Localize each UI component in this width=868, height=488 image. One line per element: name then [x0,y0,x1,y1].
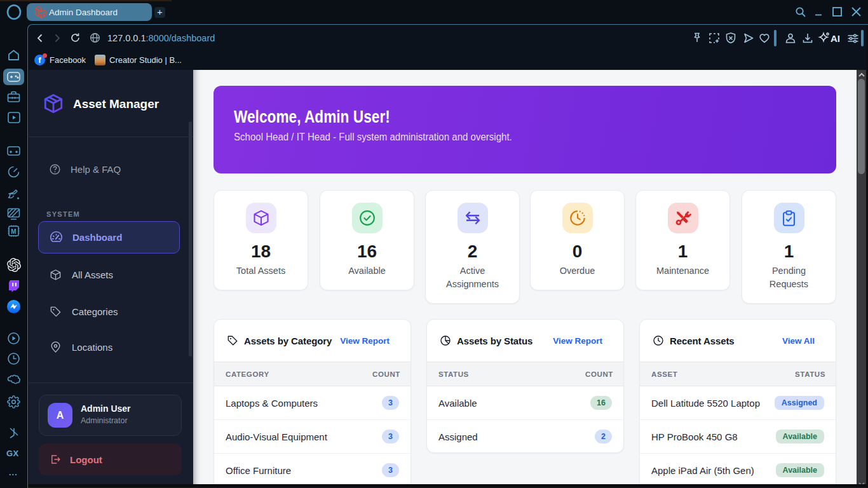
svg-text:M: M [11,228,16,235]
